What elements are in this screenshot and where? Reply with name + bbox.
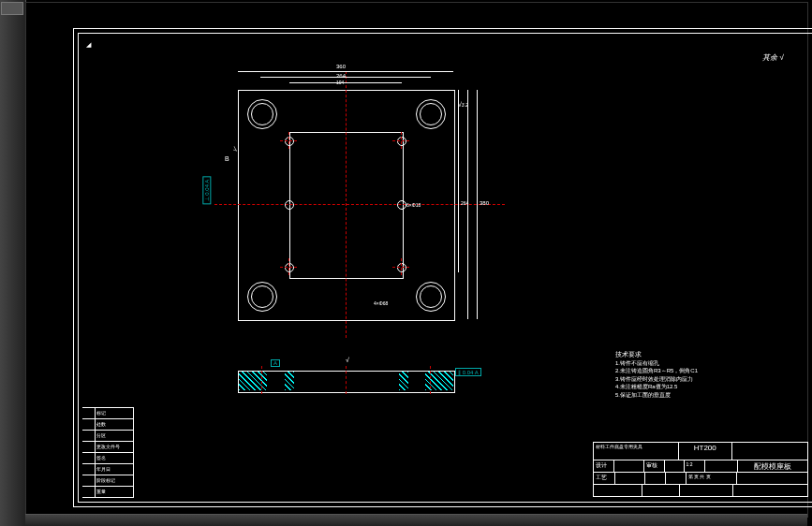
dim-line-r1b [477, 90, 478, 319]
tech-note-1: 1.铸件不应有缩孔 [615, 359, 784, 367]
surface-finish-global: 其余 √ [762, 52, 784, 63]
drawing-frame-inner: ◢ 其余 √ [78, 33, 812, 503]
hatch-2 [285, 372, 294, 390]
drawing-frame-outer: ◢ 其余 √ [73, 28, 812, 507]
dim-text-r1: 380 [480, 200, 489, 206]
tech-note-2: 2.未注铸造圆角R3～R5，倒角C1 [615, 367, 784, 374]
tb-partno-top [732, 443, 808, 460]
tech-note-3: 3.铸件应经时效处理消除内应力 [615, 375, 784, 383]
corner-hole-tl-inner [251, 103, 273, 125]
datum-a: A [271, 359, 280, 367]
tb-material: HT200 [679, 443, 732, 460]
main-plan-view: 360 264 104 380 264 6×Φ18 4×Φ68 [238, 90, 500, 333]
tb-designed-lbl: 设计 [594, 460, 614, 472]
corner-hole-tr-inner [420, 103, 442, 125]
callout-large-holes: 4×Φ68 [374, 300, 388, 306]
corner-hole-bl-inner [251, 285, 273, 308]
corner-hole-br-inner [420, 285, 442, 308]
scrollbar-horizontal[interactable] [25, 514, 807, 526]
callout-small-holes: 6×Φ18 [406, 202, 421, 208]
scroll-up-button[interactable] [1, 2, 23, 15]
tb-approved-lbl: 工艺 [594, 473, 615, 484]
lt-r4: 更改文件号 [96, 442, 134, 452]
lt-r7: 阶段标记 [96, 475, 134, 486]
scrollbar-vertical[interactable] [0, 0, 26, 526]
cad-viewport: ◢ 其余 √ [0, 0, 812, 526]
dim-line-r2 [458, 90, 459, 272]
gdt-parallel: ∥ 0.04 A [455, 368, 481, 376]
dim-text-r2: 264 [461, 200, 468, 206]
small-hole-2 [397, 137, 406, 146]
lt-r6: 年月日 [96, 464, 134, 475]
drawing-area[interactable]: ◢ 其余 √ [25, 2, 808, 518]
dim-text-top2: 264 [336, 73, 346, 79]
small-hole-6 [397, 263, 406, 272]
revision-table: 标记 处数 分区 更改文件号 签名 年月日 阶段标记 重量 [82, 407, 134, 498]
section-view: ∥ 0.04 A A √ [238, 371, 500, 408]
section-rect [238, 371, 455, 393]
lt-r3: 分区 [96, 431, 134, 441]
surface-mark-section: √ [346, 357, 349, 363]
dim-line-top3 [289, 82, 402, 83]
small-hole-5 [285, 263, 294, 272]
tech-note-5: 5.保证加工面的垂直度 [615, 391, 784, 399]
tb-scale: 1:2 [685, 460, 705, 472]
technical-requirements: 技术要求 1.铸件不应有缩孔 2.未注铸造圆角R3～R5，倒角C1 3.铸件应经… [615, 350, 784, 399]
tb-project: 材料工件底盘专用夹具 [594, 443, 679, 460]
surface-mark-1: √3.2 [458, 101, 468, 108]
dim-line-top1 [238, 71, 453, 72]
lt-r1: 标记 [96, 408, 134, 418]
small-hole-1 [285, 137, 294, 146]
tech-note-4: 4.未注粗糙度Ra值为12.5 [615, 383, 784, 390]
section-centerline [346, 366, 347, 394]
tech-notes-title: 技术要求 [615, 350, 784, 359]
hatch-1 [239, 372, 267, 390]
hatch-3 [399, 372, 408, 390]
dim-text-top1: 360 [336, 64, 346, 69]
gdt-flatness: ⊥ 0.04 A [202, 177, 211, 205]
lt-r8: 重量 [96, 487, 134, 497]
tb-checked-lbl: 审核 [644, 460, 665, 472]
inner-rect [289, 132, 404, 279]
tb-main: 配模模座板 [738, 460, 808, 472]
centerline-vertical [346, 71, 347, 338]
frame-mark-tl: ◢ [86, 41, 91, 49]
small-hole-4 [397, 200, 406, 210]
dim-text-top3: 104 [336, 80, 344, 85]
tb-sheet: 第 页 共 页 [687, 473, 737, 484]
small-hole-3 [285, 200, 294, 210]
lt-r5: 签名 [96, 453, 134, 463]
title-block: 材料工件底盘专用夹具 HT200 设计 审核 1:2 配模模座板 [593, 442, 808, 498]
section-b-top: B [225, 155, 229, 162]
lt-r2: 处数 [96, 419, 134, 430]
